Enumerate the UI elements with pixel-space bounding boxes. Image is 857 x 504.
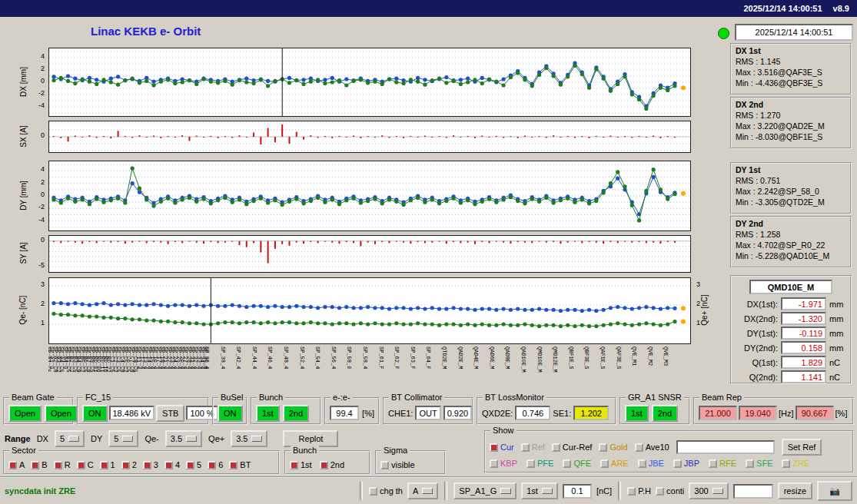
bunch-select[interactable]: 1st	[521, 482, 558, 499]
sector-6-checkbox[interactable]: 6	[208, 460, 223, 469]
y-tick-label: -2	[31, 203, 45, 211]
show-cur-ref-checkbox[interactable]: Cur-Ref	[552, 443, 593, 452]
interval-select[interactable]: 300	[689, 482, 728, 499]
show-pfe-checkbox[interactable]: PFE	[526, 459, 553, 468]
sector-5-checkbox[interactable]: 5	[186, 460, 201, 469]
sector-r-checkbox[interactable]: R	[54, 460, 71, 469]
show-ave10-checkbox[interactable]: Ave10	[635, 443, 669, 452]
screenshot-button[interactable]: 📷	[817, 481, 852, 501]
replot-button[interactable]: Replot	[283, 430, 338, 447]
ph-checkbox[interactable]: P.H	[627, 486, 651, 496]
x-axis-label: QAD10E_M	[520, 346, 526, 373]
show-zre-checkbox[interactable]: ZRE	[782, 459, 809, 468]
checkbox[interactable]	[709, 459, 717, 468]
checkbox[interactable]	[521, 443, 530, 452]
checkbox[interactable]	[31, 461, 39, 469]
dy-plot	[48, 161, 691, 231]
gr-a1-2nd-button[interactable]: 2nd	[652, 405, 678, 422]
bunch-2nd-checkbox[interactable]: 2nd	[320, 460, 344, 469]
set-ref-input[interactable]	[676, 440, 775, 454]
stats-dx-2nd: DX 2nd RMS : 1.270 Max : 3.220@QAD2E_M M…	[730, 97, 852, 149]
show-kbp-checkbox[interactable]: KBP	[490, 459, 517, 468]
show-cur-checkbox[interactable]: Cur	[490, 443, 514, 452]
sector-2-checkbox[interactable]: 2	[121, 460, 137, 469]
checkbox[interactable]	[552, 443, 560, 452]
checkbox[interactable]	[526, 459, 535, 468]
checkbox[interactable]	[77, 461, 85, 469]
sector-b-checkbox[interactable]: B	[31, 460, 47, 469]
checkbox[interactable]	[627, 487, 636, 496]
busel-group: BuSel ON	[212, 397, 247, 425]
checkbox-label: Ref	[532, 443, 545, 452]
blank-field[interactable]	[733, 484, 773, 499]
show-gold-checkbox[interactable]: Gold	[599, 443, 627, 452]
bpm-select-value: SP_A1_G	[459, 486, 497, 496]
checkbox[interactable]	[208, 461, 216, 469]
bunch-2nd-button[interactable]: 2nd	[283, 405, 309, 422]
chg-th-checkbox[interactable]: chg th	[369, 486, 403, 496]
checkbox[interactable]	[656, 487, 664, 496]
resize-button[interactable]: resize	[778, 482, 812, 499]
fc15-stb-button[interactable]: STB	[156, 405, 184, 422]
set-ref-button[interactable]: Set Ref	[782, 439, 822, 456]
show-are-checkbox[interactable]: ARE	[600, 459, 629, 468]
qmd-title[interactable]: QMD10E_M	[749, 280, 832, 294]
sector-c-checkbox[interactable]: C	[77, 460, 94, 469]
sector-3-checkbox[interactable]: 3	[143, 460, 158, 469]
checkbox[interactable]	[320, 461, 328, 469]
range-qe-plus-select[interactable]: 3.5	[231, 430, 267, 447]
bunch-1st-checkbox[interactable]: 1st	[290, 460, 312, 469]
checkbox[interactable]	[143, 461, 151, 469]
checkbox[interactable]	[635, 443, 643, 452]
checkbox[interactable]	[100, 461, 108, 469]
show-rfe-checkbox[interactable]: RFE	[709, 459, 736, 468]
threshold-value[interactable]: 0.1	[563, 484, 592, 499]
range-dx-select[interactable]: 5	[55, 430, 85, 447]
checkbox[interactable]	[782, 459, 790, 468]
beam-gate-open-2-button[interactable]: Open	[45, 405, 78, 422]
conti-checkbox[interactable]: conti	[656, 486, 684, 496]
checkbox[interactable]	[638, 459, 646, 468]
bunch-1st-button[interactable]: 1st	[256, 405, 280, 422]
checkbox[interactable]	[490, 443, 498, 452]
checkbox[interactable]	[673, 459, 682, 468]
show-sfe-checkbox[interactable]: SFE	[746, 459, 772, 468]
sector-a-checkbox[interactable]: A	[8, 460, 25, 469]
checkbox[interactable]	[600, 459, 609, 468]
checkbox[interactable]	[186, 461, 194, 469]
checkbox[interactable]	[54, 461, 62, 469]
checkbox[interactable]	[121, 461, 130, 469]
checkbox[interactable]	[490, 459, 498, 468]
sigma-visible-checkbox[interactable]: visible	[380, 460, 415, 469]
checkbox[interactable]	[8, 461, 17, 469]
gr-a1-1st-button[interactable]: 1st	[625, 405, 649, 422]
checkbox[interactable]	[746, 459, 754, 468]
sector-bt-checkbox[interactable]: BT	[229, 460, 251, 469]
bpm-select[interactable]: SP_A1_G	[453, 482, 517, 499]
busel-on-button[interactable]: ON	[218, 405, 243, 422]
show-jbe-checkbox[interactable]: JBE	[638, 459, 664, 468]
dx-y-ticks: 420-2-4	[32, 48, 46, 115]
sector-select[interactable]: A	[407, 482, 438, 499]
checkbox[interactable]	[563, 459, 571, 468]
show-jbp-checkbox[interactable]: JBP	[673, 459, 699, 468]
sector-1-checkbox[interactable]: 1	[100, 460, 115, 469]
range-dy-select[interactable]: 5	[108, 430, 138, 447]
show-qfe-checkbox[interactable]: QFE	[563, 459, 591, 468]
checkbox[interactable]	[229, 461, 238, 469]
checkbox[interactable]	[380, 461, 389, 469]
checkbox-label: 6	[218, 460, 223, 469]
checkbox-label: B	[42, 460, 47, 469]
range-qe-minus-select[interactable]: 3.5	[165, 430, 202, 447]
x-axis-label: SP_54_4	[314, 346, 321, 369]
checkbox[interactable]	[599, 443, 607, 452]
checkbox[interactable]	[164, 461, 173, 469]
fc15-on-button[interactable]: ON	[82, 405, 108, 422]
beam-gate-label: Beam Gate	[9, 393, 57, 402]
checkbox[interactable]	[369, 487, 377, 496]
beam-gate-open-1-button[interactable]: Open	[8, 405, 42, 422]
sector-4-checkbox[interactable]: 4	[164, 460, 180, 469]
show-ref-checkbox[interactable]: Ref	[521, 443, 545, 452]
checkbox-label: JBP	[684, 459, 699, 468]
checkbox[interactable]	[290, 461, 298, 469]
